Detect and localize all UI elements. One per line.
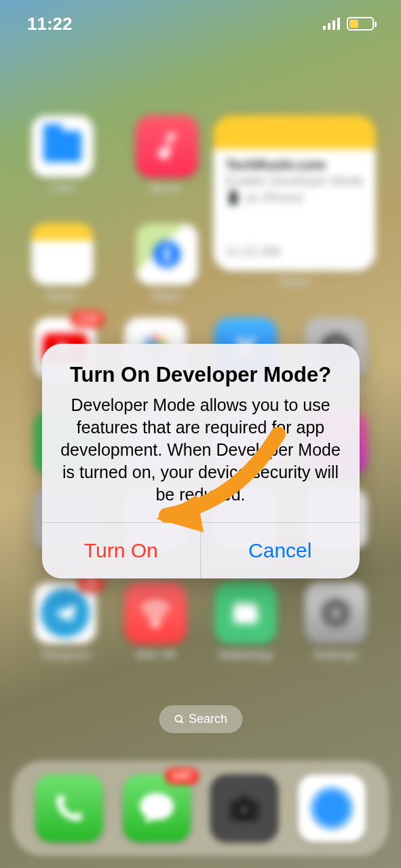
- app-label: Wifi Off: [136, 648, 176, 663]
- svg-point-16: [239, 805, 249, 815]
- wifi-icon: [124, 582, 187, 644]
- svg-point-12: [175, 715, 181, 722]
- dock-phone[interactable]: [35, 774, 103, 842]
- files-icon: [31, 115, 94, 178]
- svg-rect-17: [239, 795, 249, 802]
- status-time: 11:22: [27, 14, 73, 35]
- badge: 119: [71, 311, 104, 328]
- svg-point-7: [153, 620, 158, 625]
- cancel-button[interactable]: Cancel: [200, 523, 360, 578]
- app-settings[interactable]: Settings: [299, 582, 373, 663]
- search-label: Search: [189, 712, 227, 726]
- svg-point-20: [313, 791, 349, 827]
- spotlight-search[interactable]: Search: [159, 705, 242, 733]
- widget-time: 11:21 AM: [225, 244, 364, 259]
- app-label: Files: [50, 182, 75, 196]
- app-label: WalletApp: [218, 648, 273, 663]
- turn-on-button[interactable]: Turn On: [42, 523, 201, 578]
- svg-rect-9: [233, 602, 255, 608]
- alert-message: Developer Mode allows you to use feature…: [57, 394, 345, 506]
- app-walletapp[interactable]: WalletApp: [208, 582, 283, 663]
- status-bar: 11:22: [0, 0, 401, 47]
- music-icon: [136, 115, 198, 178]
- app-music[interactable]: Music: [130, 115, 204, 196]
- app-label: Maps: [152, 290, 182, 304]
- wallet-icon: [214, 582, 277, 644]
- dock-messages[interactable]: 147: [123, 774, 191, 842]
- notes-icon: [31, 223, 94, 285]
- app-telegram[interactable]: 22 Telegram: [28, 582, 102, 663]
- app-label: Settings: [313, 648, 358, 663]
- svg-line-13: [180, 721, 183, 723]
- svg-point-11: [330, 608, 341, 618]
- app-label: Telegram: [40, 648, 90, 663]
- battery-icon: [347, 17, 374, 31]
- telegram-icon: 22: [34, 582, 96, 644]
- app-label: Notes: [46, 290, 78, 304]
- search-icon: [174, 714, 185, 725]
- alert-title: Turn On Developer Mode?: [57, 363, 345, 387]
- notes-widget[interactable]: TechRushi.com Enable Developer Mode 📱 on…: [213, 115, 376, 271]
- widget-title: TechRushi.com: [225, 157, 364, 173]
- dock-camera[interactable]: [210, 774, 278, 842]
- app-label: Music: [151, 182, 183, 196]
- app-files[interactable]: Files: [25, 115, 100, 196]
- widget-subtitle: Enable Developer Mode 📱 on iPhone: [225, 173, 364, 206]
- badge: 147: [165, 768, 199, 785]
- dock: 147: [12, 761, 389, 856]
- app-wifioff[interactable]: Wifi Off: [118, 582, 193, 663]
- signal-icon: [323, 18, 340, 30]
- app-maps[interactable]: Maps: [130, 223, 204, 304]
- app-notes[interactable]: Notes: [25, 223, 100, 304]
- widget-label: Notes: [279, 275, 311, 290]
- alert-dialog: Turn On Developer Mode? Developer Mode a…: [42, 344, 360, 578]
- settings-icon: [305, 582, 367, 644]
- dock-safari[interactable]: [298, 774, 366, 842]
- maps-icon: [136, 223, 198, 285]
